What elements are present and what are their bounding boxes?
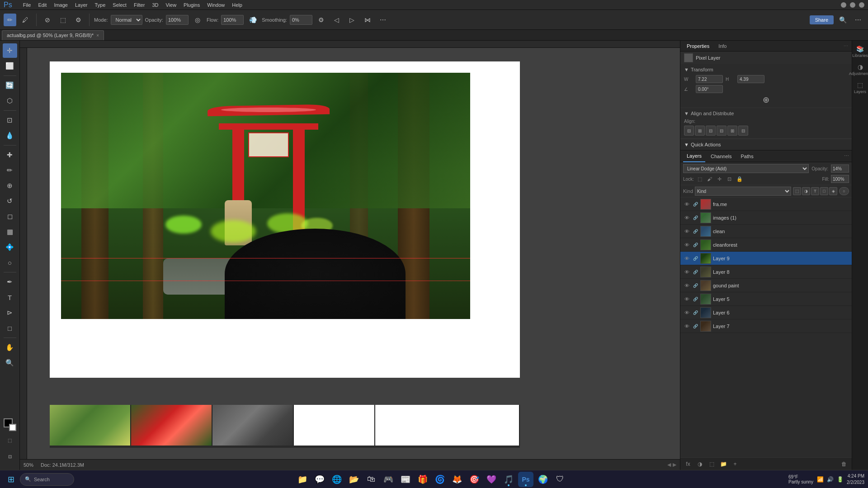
layer-item-frame[interactable]: 👁 🔗 fra.me — [680, 197, 852, 211]
menu-layer[interactable]: Layer — [75, 2, 88, 8]
object-select-tool[interactable]: ⬡ — [3, 94, 17, 108]
lock-artboard[interactable]: ⊡ — [726, 175, 734, 183]
taskbar-app-files[interactable]: 📂 — [346, 472, 362, 487]
transform-anchor[interactable]: ⊕ — [763, 95, 769, 105]
angle-input[interactable] — [696, 85, 723, 93]
blur-tool[interactable]: 💠 — [3, 240, 17, 254]
layer-group-button[interactable]: 📁 — [718, 459, 728, 469]
share-button[interactable]: Share — [810, 15, 834, 24]
eraser-tool[interactable]: ◻ — [3, 209, 17, 224]
clock[interactable]: 4:24 PM 2/2/2023 — [847, 473, 864, 486]
menu-image[interactable]: Image — [54, 2, 68, 8]
taskbar-app-twitch[interactable]: 💜 — [484, 472, 499, 487]
gradient-tool[interactable]: ▦ — [3, 225, 17, 239]
background-color[interactable] — [9, 424, 16, 431]
menu-3d[interactable]: 3D — [152, 2, 158, 8]
libraries-button[interactable]: 📚 Libraries — [854, 43, 867, 60]
search-kind-select[interactable]: Kind — [695, 187, 791, 196]
layer-eye-layer5[interactable]: 👁 — [683, 296, 690, 303]
align-right[interactable]: ⊟ — [706, 126, 716, 136]
menu-file[interactable]: File — [23, 2, 31, 8]
align-title[interactable]: ▼ Align and Distribute — [684, 111, 848, 116]
extra-button[interactable]: ⋯ — [377, 14, 389, 26]
smoothing-input[interactable] — [290, 15, 312, 25]
layers-list[interactable]: 👁 🔗 fra.me 👁 🔗 images (1) 👁 🔗 — [680, 197, 852, 457]
opacity-value-input[interactable] — [831, 164, 849, 173]
layer-eye-images[interactable]: 👁 — [683, 214, 690, 221]
taskbar-app-chat[interactable]: 💬 — [312, 472, 327, 487]
taskbar-app-gift[interactable]: 🎁 — [415, 472, 430, 487]
quick-actions-title[interactable]: ▼ Quick Actions — [684, 141, 848, 148]
rectangle-tool[interactable]: □ — [3, 321, 17, 335]
flow-input[interactable] — [221, 15, 244, 25]
taskbar-app-edge[interactable]: 🌐 — [329, 472, 344, 487]
layer-eye-layer6[interactable]: 👁 — [683, 309, 690, 316]
menu-help[interactable]: Help — [232, 2, 242, 8]
align-top[interactable]: ⊟ — [717, 126, 726, 136]
menu-edit[interactable]: Edit — [38, 2, 47, 8]
canvas-scroll-area[interactable] — [27, 48, 680, 459]
status-arrow-left[interactable]: ◀ — [667, 462, 671, 468]
filter-adjustment[interactable]: ◑ — [802, 187, 810, 195]
layer-new-button[interactable]: + — [730, 459, 740, 469]
layer-adjustment-button[interactable]: ◑ — [695, 459, 705, 469]
history-brush-tool[interactable]: ↺ — [3, 194, 17, 208]
lock-image[interactable]: 🖌 — [706, 175, 714, 183]
taskbar-app-onedrive[interactable]: 🌀 — [432, 472, 448, 487]
taskbar-search-button[interactable]: 🔍 Search — [20, 473, 74, 486]
filter-smartobj[interactable]: ◈ — [829, 187, 837, 195]
zoom-tool[interactable]: 🔍 — [3, 356, 17, 370]
taskbar-app-games[interactable]: 🎮 — [381, 472, 396, 487]
symmetry-button[interactable]: ⋈ — [361, 14, 374, 26]
filter-type[interactable]: T — [811, 187, 819, 195]
align-bottom[interactable]: ⊟ — [738, 126, 748, 136]
tab-close-button[interactable]: × — [96, 33, 99, 38]
crop-tool[interactable]: ⊡ — [3, 113, 17, 127]
thumbnail-1[interactable] — [50, 405, 131, 446]
layer-item-clean[interactable]: 👁 🔗 clean — [680, 225, 852, 238]
layer-eye-layer9[interactable]: 👁 — [683, 255, 690, 262]
tray-volume[interactable]: 🔊 — [826, 475, 834, 483]
brush-angle-left[interactable]: ◁ — [330, 14, 343, 26]
layer-eye-frame[interactable]: 👁 — [683, 201, 690, 208]
layers-tab[interactable]: Layers — [683, 150, 705, 162]
transform-title[interactable]: ▼ Transform — [684, 67, 848, 72]
brush-tool-button[interactable]: ✏ — [4, 14, 16, 26]
lasso-tool[interactable]: 🔄 — [3, 78, 17, 93]
layers-side-button[interactable]: ⬚ Layers — [854, 80, 867, 96]
layer-item-gound[interactable]: 👁 🔗 gound paint — [680, 279, 852, 292]
taskbar-app-security[interactable]: 🛡 — [552, 472, 568, 487]
dodge-tool[interactable]: ○ — [3, 255, 17, 270]
airbrush-button[interactable]: 💨 — [246, 14, 259, 26]
layer-item-layer6[interactable]: 👁 🔗 Layer 6 — [680, 306, 852, 319]
quick-mask-button[interactable]: ⬚ — [3, 433, 17, 447]
menu-view[interactable]: View — [165, 2, 176, 8]
align-left[interactable]: ⊟ — [684, 126, 694, 136]
document-tab[interactable]: actualbg.psd @ 50% (Layer 9, RGB/8)* × — [2, 30, 104, 40]
hand-tool[interactable]: ✋ — [3, 340, 17, 355]
smoothing-settings[interactable]: ⚙ — [315, 14, 328, 26]
close-button[interactable] — [859, 2, 864, 8]
lock-transparent[interactable]: ⬚ — [696, 175, 704, 183]
pen-tool-button[interactable]: 🖊 — [19, 14, 32, 26]
menu-select[interactable]: Select — [113, 2, 127, 8]
blend-mode-select[interactable]: Linear Dodge (Add) — [683, 164, 809, 173]
taskbar-app-store[interactable]: 🛍 — [363, 472, 379, 487]
align-center-v[interactable]: ⊞ — [727, 126, 737, 136]
layer-item-cleanforest[interactable]: 👁 🔗 cleanforest — [680, 238, 852, 252]
opacity-dial[interactable]: ◎ — [191, 14, 204, 26]
layer-fx-button[interactable]: fx — [683, 459, 693, 469]
paths-tab[interactable]: Paths — [737, 150, 757, 162]
width-input[interactable] — [696, 75, 723, 83]
layer-eye-layer7[interactable]: 👁 — [683, 323, 690, 330]
menu-window[interactable]: Window — [207, 2, 225, 8]
filter-shape[interactable]: □ — [820, 187, 828, 195]
brush-settings-button[interactable]: ⚙ — [72, 14, 85, 26]
adjustments-button[interactable]: ◑ Adjustments — [854, 61, 867, 78]
info-tab[interactable]: Info — [716, 43, 729, 49]
clone-stamp-tool[interactable]: ⊕ — [3, 178, 17, 193]
color-swatches[interactable] — [4, 418, 16, 431]
taskbar-app-photoshop[interactable]: Ps — [518, 472, 533, 487]
status-arrow-right[interactable]: ▶ — [673, 462, 676, 468]
minimize-button[interactable] — [841, 2, 846, 8]
